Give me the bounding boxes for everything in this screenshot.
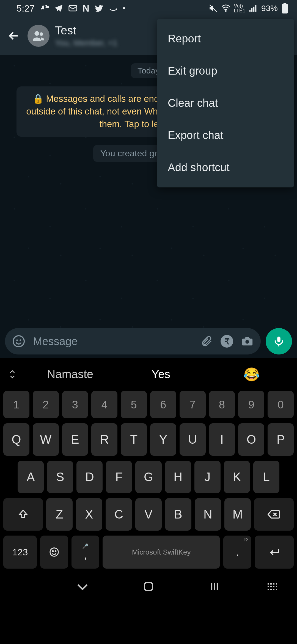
key-shift[interactable] bbox=[3, 498, 43, 531]
key-x[interactable]: X bbox=[76, 498, 102, 531]
svg-rect-0 bbox=[69, 6, 77, 11]
key-s[interactable]: S bbox=[47, 461, 73, 493]
comma-label: , bbox=[84, 549, 87, 561]
nav-keyboard-switch[interactable] bbox=[256, 583, 289, 590]
key-l[interactable]: L bbox=[253, 461, 279, 493]
key-2[interactable]: 2 bbox=[33, 391, 59, 418]
menu-item-export-chat[interactable]: Export chat bbox=[157, 119, 294, 151]
svg-point-14 bbox=[245, 340, 249, 343]
key-t[interactable]: T bbox=[121, 423, 147, 456]
key-o[interactable]: O bbox=[238, 423, 264, 456]
qwerty-row-2: A S D F G H J K L bbox=[0, 461, 297, 493]
key-space[interactable]: Microsoft SwiftKey bbox=[103, 536, 220, 569]
more-notifications-dot-icon bbox=[123, 7, 125, 9]
key-comma[interactable]: 🎤 , bbox=[72, 536, 100, 569]
key-1[interactable]: 1 bbox=[3, 391, 29, 418]
suggestion-2[interactable]: Yes bbox=[116, 367, 206, 382]
group-avatar[interactable] bbox=[28, 25, 50, 47]
svg-point-16 bbox=[50, 548, 58, 556]
key-3[interactable]: 3 bbox=[62, 391, 88, 418]
key-b[interactable]: B bbox=[165, 498, 191, 531]
status-time: 5:27 bbox=[16, 3, 35, 14]
recents-icon bbox=[209, 581, 220, 592]
suggestion-3[interactable]: 😂 bbox=[206, 367, 297, 382]
back-button[interactable] bbox=[6, 28, 22, 44]
svg-rect-5 bbox=[253, 7, 254, 12]
key-h[interactable]: H bbox=[165, 461, 191, 493]
amazon-icon bbox=[109, 4, 118, 13]
key-r[interactable]: R bbox=[91, 423, 117, 456]
keyboard: Namaste Yes 😂 1 2 3 4 5 6 7 8 9 0 Q W E … bbox=[0, 358, 297, 644]
key-period[interactable]: !? . bbox=[223, 536, 251, 569]
svg-point-12 bbox=[16, 339, 18, 341]
payment-button[interactable]: ₹ bbox=[221, 335, 233, 348]
telegram-icon bbox=[54, 4, 63, 13]
key-i[interactable]: I bbox=[209, 423, 235, 456]
message-input[interactable]: Message bbox=[33, 335, 193, 348]
menu-item-exit-group[interactable]: Exit group bbox=[157, 55, 294, 87]
svg-rect-15 bbox=[277, 337, 280, 342]
key-y[interactable]: Y bbox=[150, 423, 176, 456]
menu-item-report[interactable]: Report bbox=[157, 23, 294, 55]
key-enter[interactable] bbox=[255, 536, 294, 569]
key-p[interactable]: P bbox=[268, 423, 294, 456]
svg-point-11 bbox=[13, 336, 24, 347]
key-q[interactable]: Q bbox=[3, 423, 29, 456]
key-m[interactable]: M bbox=[224, 498, 251, 531]
emoji-icon[interactable] bbox=[12, 335, 25, 348]
key-f[interactable]: F bbox=[106, 461, 132, 493]
backspace-icon bbox=[268, 509, 280, 519]
nav-recents[interactable] bbox=[190, 581, 239, 592]
menu-item-add-shortcut[interactable]: Add shortcut bbox=[157, 151, 294, 184]
emoji-key-icon bbox=[49, 547, 60, 558]
header-titles[interactable]: Test You, Member, +1 bbox=[55, 24, 117, 48]
key-k[interactable]: K bbox=[224, 461, 250, 493]
nav-hide-keyboard[interactable] bbox=[58, 582, 107, 591]
key-a[interactable]: A bbox=[18, 461, 44, 493]
key-emoji[interactable] bbox=[40, 536, 68, 569]
message-input-pill[interactable]: Message ₹ bbox=[5, 328, 261, 354]
shift-icon bbox=[18, 509, 29, 520]
key-c[interactable]: C bbox=[106, 498, 132, 531]
voice-message-button[interactable] bbox=[266, 328, 292, 354]
key-v[interactable]: V bbox=[135, 498, 162, 531]
keyboard-grid-icon bbox=[268, 583, 277, 590]
suggestion-1[interactable]: Namaste bbox=[25, 367, 116, 382]
qwerty-row-3: Z X C V B N M bbox=[0, 498, 297, 531]
key-n[interactable]: N bbox=[195, 498, 221, 531]
period-label: . bbox=[236, 546, 239, 558]
key-d[interactable]: D bbox=[76, 461, 103, 493]
chat-subtitle: You, Member, +1 bbox=[55, 38, 117, 48]
key-backspace[interactable] bbox=[254, 498, 294, 531]
svg-rect-3 bbox=[249, 10, 251, 12]
home-square-icon bbox=[142, 580, 155, 593]
key-8[interactable]: 8 bbox=[209, 391, 235, 418]
suggestion-bar: Namaste Yes 😂 bbox=[0, 358, 297, 391]
key-0[interactable]: 0 bbox=[268, 391, 294, 418]
key-g[interactable]: G bbox=[135, 461, 161, 493]
camera-button[interactable] bbox=[241, 335, 254, 348]
key-6[interactable]: 6 bbox=[150, 391, 176, 418]
key-w[interactable]: W bbox=[33, 423, 59, 456]
slack-icon bbox=[40, 4, 49, 13]
key-z[interactable]: Z bbox=[46, 498, 73, 531]
svg-rect-8 bbox=[282, 4, 288, 13]
key-5[interactable]: 5 bbox=[121, 391, 147, 418]
key-numeric[interactable]: 123 bbox=[3, 536, 37, 569]
key-e[interactable]: E bbox=[62, 423, 88, 456]
svg-point-9 bbox=[34, 31, 39, 36]
key-9[interactable]: 9 bbox=[238, 391, 264, 418]
status-right: Vo))LTE1 93% bbox=[208, 3, 289, 13]
attach-button[interactable] bbox=[200, 335, 213, 348]
key-j[interactable]: J bbox=[194, 461, 221, 493]
key-u[interactable]: U bbox=[180, 423, 206, 456]
key-4[interactable]: 4 bbox=[91, 391, 117, 418]
gmail-icon bbox=[68, 4, 78, 13]
key-7[interactable]: 7 bbox=[180, 391, 206, 418]
chat-title: Test bbox=[55, 24, 117, 37]
expand-suggestions-button[interactable] bbox=[0, 368, 25, 380]
nav-home[interactable] bbox=[124, 580, 173, 593]
menu-item-clear-chat[interactable]: Clear chat bbox=[157, 87, 294, 119]
svg-point-13 bbox=[20, 339, 21, 341]
arrow-left-icon bbox=[7, 29, 21, 43]
